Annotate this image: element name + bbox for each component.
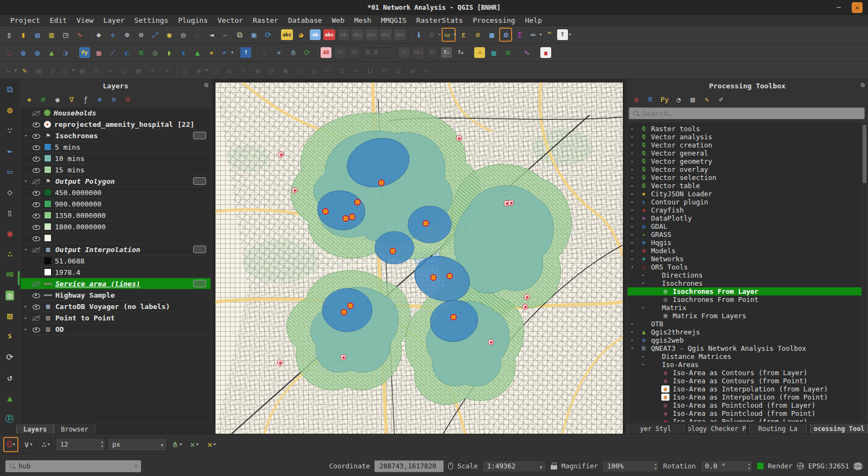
select-by-expression-icon[interactable]: ε ▼ <box>457 28 470 42</box>
expander-icon[interactable]: ▸ <box>631 330 636 335</box>
algorithm-row[interactable]: ▸ ⚙ Models <box>628 247 861 255</box>
snapping-type-icon[interactable]: ∴ ▼ <box>38 437 53 452</box>
open-project-icon[interactable]: ▮ ▼ <box>17 28 30 42</box>
layer-row[interactable]: ▾ ▦ Output Interpolation <box>21 244 210 255</box>
algorithm-row[interactable]: ▸ ◍ GDAL <box>628 222 861 230</box>
fill-ring-icon[interactable]: ◉ ▼ <box>279 63 292 78</box>
expander-icon[interactable]: ▾ <box>642 362 647 367</box>
expander-icon[interactable]: ▾ <box>23 178 29 184</box>
delete-selected-icon[interactable]: ▯ ▼ <box>90 63 103 78</box>
algorithm-label[interactable]: GRASS <box>651 230 672 239</box>
expander-icon[interactable]: ▸ <box>631 126 636 131</box>
undo-dropdown-icon[interactable]: ↶ ▼ <box>219 46 233 60</box>
algorithm-label[interactable]: Vector creation <box>651 141 712 149</box>
visibility-toggle[interactable] <box>32 303 41 311</box>
algorithm-label[interactable]: Iso-Area as Contours (from Layer) <box>673 369 807 377</box>
expander-icon[interactable]: ▸ <box>631 240 636 245</box>
layer-row[interactable]: ▸ ▤ Point to Point <box>21 312 210 324</box>
delete-part-icon[interactable]: ◎ ▼ <box>308 63 321 78</box>
snapping-tolerance-spinbox[interactable]: 12 ▲▼ <box>55 438 105 451</box>
merge-attributes-icon[interactable]: ⊓ ▼ <box>378 63 391 78</box>
save-edits-icon[interactable]: ▤ ▼ <box>32 63 45 78</box>
plugin-builder-icon[interactable]: ✶ ▼ <box>205 46 218 60</box>
algorithm-label[interactable]: GDAL <box>651 222 667 230</box>
edit-inplace-icon[interactable]: ✎ <box>700 93 713 105</box>
redo-icon[interactable]: ↷ ▼ <box>160 63 173 78</box>
vertex-edit-icon[interactable]: ⋔ ▼ <box>286 46 299 60</box>
new-project-icon[interactable]: ▯ ▼ <box>3 28 16 42</box>
visibility-toggle[interactable] <box>32 155 41 163</box>
messages-icon[interactable]: ••• <box>853 462 863 470</box>
deselect-all-icon[interactable]: ⊘ ▼ <box>471 28 484 42</box>
layer-label[interactable]: 1800.0000000 <box>55 223 106 231</box>
add-spreadsheet-icon[interactable]: ⊞ ▼ <box>501 46 514 60</box>
copy-move-icon[interactable]: ❏ ▼ <box>209 63 222 78</box>
adj-button[interactable]: ADJ ▼ <box>412 46 425 60</box>
algorithm-row[interactable]: ▸ ≈ DataPlotly <box>628 214 861 222</box>
map-canvas[interactable] <box>215 82 623 434</box>
vector-plugin-icon[interactable]: ◇ <box>3 185 17 199</box>
algorithm-row[interactable]: ▸ Q Raster tools <box>628 125 861 133</box>
expander-icon[interactable]: ▸ <box>631 208 636 213</box>
help-contents-icon[interactable]: ? ▼ <box>239 46 252 60</box>
web-globe-icon[interactable]: ◐ ▼ <box>120 46 133 60</box>
layer-row[interactable]: 450.0000000 <box>21 187 210 198</box>
history-icon[interactable]: ◔ <box>672 93 685 105</box>
visibility-toggle[interactable] <box>32 143 41 151</box>
current-edits-icon[interactable]: ✎ ▼ <box>3 63 17 78</box>
measure-line-icon[interactable]: ═ ▼ <box>527 28 541 42</box>
algorithm-row[interactable]: ▸ Q Vector analysis <box>628 133 861 141</box>
add-layer-icon[interactable]: ⧉ <box>3 82 17 96</box>
expander-icon[interactable]: ▸ <box>631 321 636 326</box>
expander-icon[interactable]: ▸ <box>23 326 29 332</box>
hospital-marker[interactable] <box>390 248 396 254</box>
hospital-marker[interactable] <box>378 179 385 186</box>
tracing-icon[interactable]: ✕ ▼ <box>204 437 219 452</box>
red-cross-marker[interactable] <box>278 152 284 158</box>
layer-row[interactable]: Households <box>21 107 210 119</box>
algorithm-label[interactable]: Iso-Area as Polygons (from Layer) <box>673 417 807 422</box>
ro-button[interactable]: RO ▼ <box>348 46 361 60</box>
snapping-magnet-icon[interactable]: Ω ▼ <box>3 437 18 452</box>
feather-plugin-icon[interactable]: ✒ <box>3 144 17 158</box>
simplify-feature-icon[interactable]: ∿ ▼ <box>237 63 250 78</box>
visibility-toggle[interactable] <box>32 314 41 322</box>
tab-layer-styling[interactable]: yer Styl <box>627 424 685 434</box>
options-wrench-icon[interactable]: ✐ <box>714 93 727 105</box>
algorithm-row[interactable]: ▸ ✦ GRASS <box>628 230 861 239</box>
red-cross-marker[interactable] <box>277 360 283 366</box>
visibility-toggle[interactable] <box>32 132 41 140</box>
layer-row[interactable]: 1350.0000000 <box>21 210 210 221</box>
twop-button[interactable]: 2P ▼ <box>426 46 439 60</box>
visibility-toggle[interactable] <box>32 200 41 208</box>
expander-icon[interactable]: ▸ <box>23 315 29 320</box>
algorithm-row[interactable]: ▸ ⚙ Hqgis <box>628 239 861 247</box>
snapping-unit-combobox[interactable]: px ▼ <box>107 438 167 451</box>
algorithm-row[interactable]: ▦ Matrix From Layers <box>628 312 861 320</box>
new-print-layout-icon[interactable]: ▥ ▼ <box>45 28 58 42</box>
visibility-toggle[interactable] <box>32 246 41 254</box>
algorithm-row[interactable]: ▸ OTB <box>628 320 861 328</box>
algorithm-label[interactable]: Iso-Area as Interpolation (from Point) <box>673 393 828 401</box>
processing-toolbox-icon[interactable]: ⚙ ▼ <box>499 28 512 42</box>
rotate-label-icon[interactable]: abc ▼ <box>351 28 364 42</box>
red-cross-marker[interactable] <box>341 355 347 361</box>
layer-row[interactable]: Highway Sample <box>21 290 210 301</box>
algorithm-label[interactable]: OTB <box>651 320 663 328</box>
layer-label[interactable]: Isochrones <box>55 132 98 140</box>
layer-row[interactable]: 10 mins <box>21 153 210 164</box>
ors-tools-icon[interactable]: ↝ ▼ <box>473 46 486 60</box>
algorithm-label[interactable]: Matrix <box>662 304 686 312</box>
layer-row[interactable]: 900.0000000 <box>21 198 210 210</box>
menu-item[interactable]: Help <box>520 16 547 25</box>
spin-arrows-icon[interactable]: ▲▼ <box>655 462 657 471</box>
layer-row[interactable]: ▾ ⚑ Output Polygon <box>21 176 210 187</box>
open-layer-styling-icon[interactable]: ❖ <box>23 93 36 105</box>
algorithm-label[interactable]: Distance Matrices <box>662 352 731 361</box>
qgis2threejs-icon[interactable]: ▲ ▼ <box>191 46 204 60</box>
processing-search-input[interactable]: Search… <box>629 107 865 119</box>
hospital-marker[interactable] <box>349 214 355 220</box>
tab-routing-layer[interactable]: Routing La <box>749 424 807 434</box>
crs-status[interactable]: EPSG:32651 <box>808 462 849 470</box>
expander-icon[interactable]: ▸ <box>631 256 636 261</box>
